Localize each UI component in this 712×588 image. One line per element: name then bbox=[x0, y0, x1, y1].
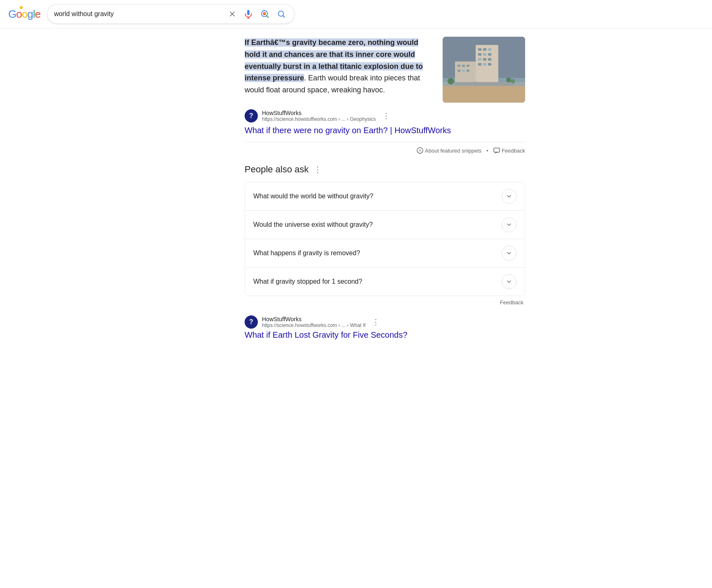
snippet-text: If Earthâ€™s gravity became zero, nothin… bbox=[245, 37, 433, 103]
source-name-1: HowStuffWorks bbox=[262, 110, 376, 116]
footer-separator: • bbox=[486, 148, 488, 154]
logo-letter-e: e bbox=[35, 8, 40, 21]
header: G o o g l e world without gravity bbox=[0, 0, 712, 28]
svg-rect-15 bbox=[483, 58, 486, 61]
svg-rect-13 bbox=[488, 53, 491, 56]
source-more-button-2[interactable]: ⋮ bbox=[370, 317, 382, 327]
svg-point-29 bbox=[506, 78, 511, 82]
google-logo[interactable]: G o o g l e bbox=[8, 8, 40, 21]
source-row-2: ? HowStuffWorks https://science.howstuff… bbox=[245, 315, 525, 329]
close-icon bbox=[228, 10, 236, 18]
svg-rect-26 bbox=[467, 70, 469, 72]
svg-rect-9 bbox=[483, 48, 486, 51]
snippet-feedback-link[interactable]: Feedback bbox=[493, 147, 525, 154]
paa-heading: People also ask bbox=[245, 164, 309, 175]
svg-rect-33 bbox=[494, 148, 500, 152]
paa-question-3: What if gravity stopped for 1 second? bbox=[253, 278, 362, 285]
source-info-1: HowStuffWorks https://science.howstuffwo… bbox=[262, 110, 376, 122]
svg-rect-23 bbox=[467, 65, 469, 67]
source-icon-1: ? bbox=[245, 109, 258, 122]
snippet-image-inner bbox=[443, 37, 525, 103]
paa-chevron-3 bbox=[502, 274, 516, 289]
search-icon bbox=[277, 9, 286, 19]
search-button[interactable] bbox=[275, 8, 288, 20]
source-name-2: HowStuffWorks bbox=[262, 316, 365, 322]
svg-text:?: ? bbox=[419, 149, 421, 153]
svg-point-30 bbox=[511, 79, 515, 83]
paa-question-2: What happens if gravity is removed? bbox=[253, 249, 360, 257]
source-more-button-1[interactable]: ⋮ bbox=[380, 111, 392, 121]
source-row-1: ? HowStuffWorks https://science.howstuff… bbox=[245, 109, 525, 122]
snippet-feedback-label: Feedback bbox=[502, 148, 525, 154]
paa-item-0[interactable]: What would the world be without gravity? bbox=[245, 182, 525, 211]
about-snippets-label: About featured snippets bbox=[425, 148, 481, 154]
paa-item-3[interactable]: What if gravity stopped for 1 second? bbox=[245, 268, 525, 296]
chevron-down-icon-1 bbox=[506, 221, 512, 228]
source-info-2: HowStuffWorks https://science.howstuffwo… bbox=[262, 316, 365, 328]
search-icons bbox=[226, 8, 288, 20]
svg-point-2 bbox=[264, 13, 265, 14]
logo-letter-g2: g bbox=[27, 8, 33, 21]
people-also-ask-section: People also ask ⋮ What would the world b… bbox=[245, 164, 525, 306]
svg-rect-24 bbox=[457, 70, 460, 72]
building-svg bbox=[443, 37, 525, 103]
snippet-divider bbox=[245, 142, 525, 142]
logo-letter-o2: o bbox=[22, 8, 27, 21]
lens-icon bbox=[260, 9, 269, 19]
svg-point-28 bbox=[448, 78, 454, 85]
svg-rect-11 bbox=[478, 53, 481, 56]
paa-item-1[interactable]: Would the universe exist without gravity… bbox=[245, 211, 525, 239]
chevron-down-icon-0 bbox=[506, 193, 512, 200]
paa-header: People also ask ⋮ bbox=[245, 164, 525, 175]
chevron-down-icon-3 bbox=[506, 278, 512, 285]
svg-rect-8 bbox=[478, 48, 481, 51]
feedback-icon bbox=[493, 147, 500, 154]
svg-rect-21 bbox=[457, 65, 460, 67]
about-snippets-link[interactable]: ? About featured snippets bbox=[417, 147, 481, 154]
featured-snippet: If Earthâ€™s gravity became zero, nothin… bbox=[245, 37, 525, 103]
paa-item-2[interactable]: What happens if gravity is removed? bbox=[245, 239, 525, 268]
svg-rect-16 bbox=[488, 58, 491, 61]
svg-rect-14 bbox=[478, 58, 481, 61]
source-icon-2: ? bbox=[245, 315, 258, 329]
paa-list: What would the world be without gravity?… bbox=[245, 182, 525, 296]
paa-chevron-1 bbox=[502, 217, 516, 232]
result-item-2: ? HowStuffWorks https://science.howstuff… bbox=[245, 315, 525, 340]
svg-rect-22 bbox=[462, 65, 465, 67]
chevron-down-icon-2 bbox=[506, 250, 512, 256]
svg-rect-10 bbox=[488, 48, 491, 51]
svg-rect-18 bbox=[483, 63, 486, 66]
paa-more-button[interactable]: ⋮ bbox=[312, 164, 323, 175]
logo-letter-g: G bbox=[8, 8, 16, 21]
logo-letter-o1-container: o bbox=[16, 8, 21, 21]
paa-chevron-0 bbox=[502, 189, 516, 204]
svg-rect-17 bbox=[478, 63, 481, 66]
svg-rect-27 bbox=[455, 82, 515, 85]
logo-letter-o1: o bbox=[16, 8, 21, 20]
snippet-footer: ? About featured snippets • Feedback bbox=[245, 147, 525, 154]
paa-chevron-2 bbox=[502, 246, 516, 261]
search-input[interactable]: world without gravity bbox=[54, 10, 222, 18]
source-url-1: https://science.howstuffworks.com › ... … bbox=[262, 116, 376, 122]
mic-button[interactable] bbox=[242, 8, 255, 20]
article-link-2[interactable]: What if Earth Lost Gravity for Five Seco… bbox=[245, 330, 408, 339]
main-content: If Earthâ€™s gravity became zero, nothin… bbox=[179, 28, 533, 348]
lens-button[interactable] bbox=[259, 8, 271, 20]
svg-rect-19 bbox=[488, 63, 491, 66]
svg-rect-25 bbox=[462, 70, 465, 72]
info-circle-icon: ? bbox=[417, 147, 423, 154]
search-bar: world without gravity bbox=[47, 4, 295, 24]
logo-dot bbox=[20, 6, 23, 9]
paa-question-0: What would the world be without gravity? bbox=[253, 193, 373, 200]
article-link-1[interactable]: What if there were no gravity on Earth? … bbox=[245, 126, 525, 135]
paa-feedback[interactable]: Feedback bbox=[245, 299, 525, 306]
mic-icon bbox=[244, 9, 253, 19]
snippet-image[interactable] bbox=[443, 37, 525, 103]
paa-question-1: Would the universe exist without gravity… bbox=[253, 221, 373, 228]
source-url-2: https://science.howstuffworks.com › ... … bbox=[262, 322, 365, 328]
clear-button[interactable] bbox=[226, 8, 238, 20]
svg-rect-12 bbox=[483, 53, 486, 56]
